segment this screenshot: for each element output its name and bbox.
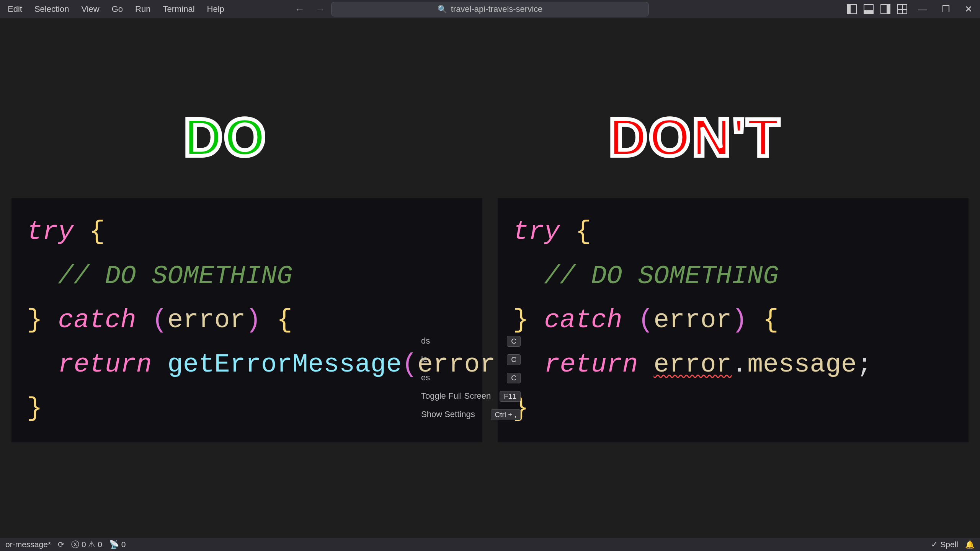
code-token: try [27,217,74,246]
window-close-icon[interactable]: ✕ [961,4,976,15]
heading-do: DO [184,106,267,168]
code-token: error [167,305,245,335]
menu-row-label: le [421,354,428,365]
status-spell[interactable]: ✓ Spell [931,540,958,549]
status-errors[interactable]: ⓧ 0 ⚠ 0 [71,539,102,550]
notifications-icon[interactable]: 🔔 [965,540,975,549]
search-text: travel-api-travels-service [451,4,543,14]
status-spell-label: Spell [940,540,958,549]
status-file[interactable]: or-message* [5,540,51,549]
menu-row[interactable]: le C [421,350,521,369]
code-token: message [747,350,857,379]
code-token: } [513,305,529,335]
code-token: ; [857,350,872,379]
search-icon: 🔍 [438,5,447,14]
menu-view[interactable]: View [75,0,105,18]
code-token: return [27,350,167,379]
code-token: { [747,305,779,335]
code-block-do: try { // DO SOMETHING } catch (error) { … [11,198,482,442]
status-bar-right: ✓ Spell 🔔 [931,540,975,549]
title-actions: — ❐ ✕ [847,4,976,15]
menu-terminal[interactable]: Terminal [157,0,201,18]
code-token-error: error [653,350,732,379]
editor-area: DO DON'T try { // DO SOMETHING } catch (… [0,18,980,538]
nav-arrows: ← → [295,3,325,15]
code-token: ( [638,305,653,335]
menu-row-kbd: C [507,373,521,383]
menu-row-kbd: C [507,336,521,347]
menu-edit[interactable]: Edit [2,0,28,18]
status-errors-count: 0 [82,540,86,549]
menu-row-label: Toggle Full Screen [421,391,491,402]
menu-row[interactable]: ds C [421,332,521,350]
command-center[interactable]: 🔍 travel-api-travels-service [331,2,649,16]
sync-icon[interactable]: ⟳ [58,540,64,549]
code-token: return [513,350,653,379]
window-restore-icon[interactable]: ❐ [938,4,954,15]
code-token: catch [42,305,152,335]
code-token: // DO SOMETHING [27,261,292,291]
code-token: ) [245,305,261,335]
code-token: ( [152,305,167,335]
menu-bar: Edit Selection View Go Run Terminal Help [0,0,230,18]
menu-selection[interactable]: Selection [28,0,75,18]
menu-row-label: es [421,373,430,383]
status-ports[interactable]: 📡 0 [109,540,126,549]
menu-go[interactable]: Go [106,0,129,18]
menu-help[interactable]: Help [201,0,230,18]
status-bar: or-message* ⟳ ⓧ 0 ⚠ 0 📡 0 ✓ Spell 🔔 [0,538,980,551]
toggle-panel-icon[interactable] [864,4,874,14]
code-block-dont: try { // DO SOMETHING } catch (error) { … [498,198,969,442]
menu-row[interactable]: es C [421,369,521,387]
title-bar: Edit Selection View Go Run Terminal Help… [0,0,980,18]
code-token: getErrorMessage [167,350,402,379]
nav-forward-icon[interactable]: → [315,3,325,15]
heading-dont: DON'T [609,106,781,168]
warning-icon: ⚠ [88,540,95,549]
menu-row-toggle-fullscreen[interactable]: Toggle Full Screen F11 [421,387,521,406]
code-token: ) [732,305,747,335]
code-token: { [74,217,105,246]
code-token: } [27,305,42,335]
window-minimize-icon[interactable]: — [914,4,931,15]
code-token: ( [402,350,417,379]
code-token: // DO SOMETHING [513,261,779,291]
code-token: error [653,305,732,335]
code-token: { [560,217,591,246]
customize-layout-icon[interactable] [897,4,907,14]
toggle-secondary-sidebar-icon[interactable] [880,4,890,14]
radio-icon: 📡 [109,540,119,549]
nav-back-icon[interactable]: ← [295,3,305,15]
code-token: try [513,217,560,246]
toggle-primary-sidebar-icon[interactable] [847,4,857,14]
error-icon: ⓧ [71,540,79,549]
menu-row-kbd: Ctrl + , [491,409,521,420]
menu-row-label: ds [421,336,430,347]
menu-row-show-settings[interactable]: Show Settings Ctrl + , [421,406,521,424]
code-token: { [261,305,292,335]
code-token: } [27,394,42,423]
workbench-menu-partial: ds C le C es C Toggle Full Screen F11 Sh… [421,332,521,424]
status-ports-count: 0 [121,540,126,549]
menu-row-kbd: F11 [500,391,521,402]
status-warnings-count: 0 [98,540,102,549]
code-token: catch [529,305,638,335]
menu-row-kbd: C [507,354,521,365]
menu-row-label: Show Settings [421,409,475,420]
status-bar-left: or-message* ⟳ ⓧ 0 ⚠ 0 📡 0 [5,539,126,550]
code-token: . [732,350,747,379]
menu-run[interactable]: Run [129,0,157,18]
